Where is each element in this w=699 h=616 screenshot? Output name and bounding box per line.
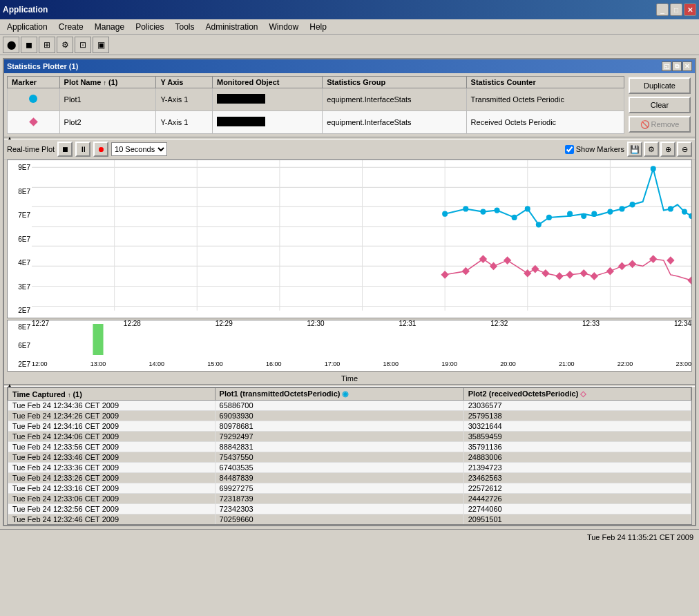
toolbar-btn-2[interactable]: ◼ [21, 37, 37, 53]
action-buttons: Duplicate Clear 🚫 Remove [627, 76, 692, 134]
menu-create[interactable]: Create [53, 21, 89, 33]
pink-marker-17 [667, 256, 674, 264]
table-area: Marker Plot Name ↑ (1) Y Axis Monitored … [4, 73, 695, 137]
blue-plot-line [445, 169, 691, 224]
y-label-3e7: 3E7 [9, 283, 30, 291]
plotter-maximize-button[interactable]: ⧉ [672, 61, 682, 71]
show-markers-checkbox[interactable] [565, 145, 574, 154]
maximize-button[interactable]: □ [670, 3, 682, 16]
blue-marker-16 [668, 206, 673, 211]
pink-plot-line [445, 259, 691, 280]
data-table-wrapper[interactable]: Time Captured ↑ (1) Plot1 (transmittedOc… [7, 387, 692, 525]
blue-marker-14 [630, 202, 635, 207]
blue-marker-17 [682, 209, 687, 214]
zoom-out-button[interactable]: ⊖ [677, 142, 692, 157]
toolbar-btn-1[interactable]: ⬤ [3, 37, 19, 53]
pink-marker-9 [555, 272, 563, 280]
col-plotname[interactable]: Plot Name ↑ (1) [59, 77, 156, 88]
pink-marker-16 [649, 255, 657, 263]
col-marker: Marker [8, 77, 60, 88]
data-table: Time Captured ↑ (1) Plot1 (transmittedOc… [8, 387, 691, 525]
pink-marker-13 [606, 267, 614, 276]
overview-plot-area: 12:00 13:00 14:00 15:00 16:00 17:00 18:0… [32, 320, 691, 371]
plots-table: Marker Plot Name ↑ (1) Y Axis Monitored … [7, 76, 624, 134]
pink-marker-15 [629, 260, 636, 268]
save-chart-button[interactable]: 💾 [627, 142, 642, 157]
menu-bar: Application Create Manage Policies Tools… [0, 19, 699, 35]
menu-policies[interactable]: Policies [130, 21, 169, 33]
plot-record-button[interactable]: ⏺ [93, 142, 108, 157]
toolbar-btn-4[interactable]: ⚙ [57, 37, 73, 53]
pink-marker-3 [479, 255, 487, 263]
ov-x-1300: 13:00 [90, 360, 106, 367]
col-plot2[interactable]: Plot2 (receivedOctetsPeriodic) ◇ [463, 388, 691, 401]
plotter-minimize-button[interactable]: ◱ [662, 61, 671, 71]
menu-administration[interactable]: Administration [200, 21, 264, 33]
pink-marker-12 [591, 272, 598, 280]
y-label-7e7: 7E7 [9, 211, 30, 219]
window-title: Application [3, 5, 48, 15]
toolbar-btn-5[interactable]: ⊡ [75, 37, 91, 53]
menu-tools[interactable]: Tools [169, 21, 200, 33]
ov-x-1500: 15:00 [207, 360, 223, 367]
settings-button[interactable]: ⚙ [644, 142, 659, 157]
y-axis-labels: 9E7 8E7 7E7 6E7 4E7 3E7 2E7 [8, 160, 32, 318]
overview-chart-container: 8E7 6E7 2E7 12:00 13:00 14:00 15:00 16:0… [7, 320, 692, 372]
plotter-close-button[interactable]: ✕ [682, 61, 692, 71]
remove-button[interactable]: 🚫 Remove [629, 116, 691, 133]
close-button[interactable]: ✕ [684, 3, 696, 16]
menu-window[interactable]: Window [264, 21, 305, 33]
main-chart-container: 9E7 8E7 7E7 6E7 4E7 3E7 2E7 [7, 160, 692, 318]
blue-marker-12 [607, 209, 613, 214]
chart-plot-area: 12:27 12:28 12:29 12:30 12:31 12:32 12:3… [32, 160, 691, 318]
col-time[interactable]: Time Captured ↑ (1) [8, 388, 216, 401]
show-markers-label: Show Markers [576, 145, 624, 153]
clear-button[interactable]: Clear [629, 97, 691, 113]
time-axis-label: Time [4, 373, 695, 384]
zoom-in-button[interactable]: ⊕ [660, 142, 676, 157]
ov-x-1200: 12:00 [32, 360, 48, 367]
blue-marker-7 [536, 222, 542, 227]
toolbar-btn-3[interactable]: ⊞ [39, 37, 55, 53]
ov-x-2100: 21:00 [559, 360, 575, 367]
overview-x-labels: 12:00 13:00 14:00 15:00 16:00 17:00 18:0… [32, 360, 691, 367]
blue-marker-5 [512, 215, 517, 220]
duplicate-button[interactable]: Duplicate [629, 77, 691, 94]
plot-controls: Real-time Plot ⏹ ⏸ ⏺ 10 Seconds Show Mar… [4, 139, 695, 160]
pink-marker-5 [504, 256, 511, 264]
remove-icon: 🚫 [640, 120, 650, 129]
ov-x-1600: 16:00 [266, 360, 282, 367]
blue-marker-6 [525, 206, 530, 211]
title-bar-buttons: _ □ ✕ [656, 3, 696, 16]
minimize-button[interactable]: _ [656, 3, 669, 16]
plot-stop-button[interactable]: ⏹ [57, 142, 73, 157]
plotter-window: Statistics Plotter (1) ◱ ⧉ ✕ Marker Plot… [3, 58, 696, 526]
plot-right-buttons: 💾 ⚙ ⊕ ⊖ [627, 142, 692, 157]
menu-application[interactable]: Application [1, 21, 53, 33]
blue-marker-11 [591, 211, 597, 217]
status-datetime: Tue Feb 24 11:35:21 CET 2009 [587, 533, 693, 541]
col-statcounter: Statistics Counter [466, 77, 624, 88]
ov-x-2300: 23:00 [676, 360, 691, 367]
overview-bar [93, 324, 103, 355]
plotter-title-bar: Statistics Plotter (1) ◱ ⧉ ✕ [4, 59, 695, 73]
pink-marker-2 [462, 267, 470, 276]
interval-select[interactable]: 10 Seconds [111, 142, 167, 156]
pink-marker-4 [490, 262, 497, 271]
pink-marker-18 [687, 276, 691, 285]
plotter-title-buttons: ◱ ⧉ ✕ [662, 61, 692, 71]
blue-marker-3 [480, 209, 486, 214]
blue-marker-1 [442, 211, 448, 217]
ov-y-8e7: 8E7 [9, 323, 30, 331]
blue-marker-4 [495, 207, 500, 213]
toolbar-btn-6[interactable]: ▣ [93, 37, 109, 53]
menu-help[interactable]: Help [304, 21, 332, 33]
title-bar: Application _ □ ✕ [0, 0, 699, 19]
pink-marker-1 [441, 271, 448, 279]
overview-svg [32, 320, 691, 358]
col-plot1[interactable]: Plot1 (transmittedOctetsPeriodic) ◉ [215, 388, 463, 401]
blue-marker-10 [581, 213, 586, 219]
plot-pause-button[interactable]: ⏸ [75, 142, 90, 157]
menu-manage[interactable]: Manage [89, 21, 130, 33]
ov-x-1700: 17:00 [325, 360, 341, 367]
